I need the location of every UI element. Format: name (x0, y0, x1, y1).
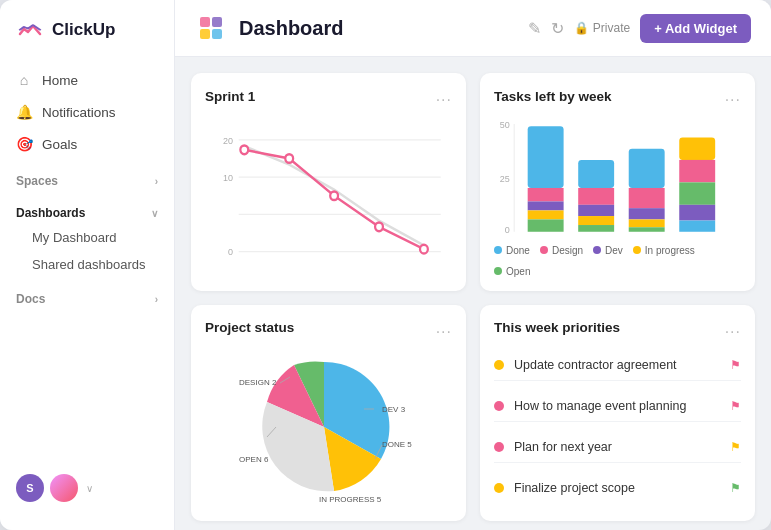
legend-done: Done (494, 245, 530, 256)
sidebar-item-goals[interactable]: 🎯 Goals (0, 128, 174, 160)
header-actions: ✎ ↻ 🔒 Private + Add Widget (528, 14, 751, 43)
tasks-card-header: Tasks left by week ... (494, 87, 741, 105)
add-widget-button[interactable]: + Add Widget (640, 14, 751, 43)
home-icon: ⌂ (16, 72, 32, 88)
priority-text: Plan for next year (514, 440, 720, 454)
design-label: Design (552, 245, 583, 256)
project-card-header: Project status ... (205, 319, 452, 337)
svg-rect-20 (528, 126, 564, 188)
svg-point-12 (285, 154, 293, 163)
legend-design: Design (540, 245, 583, 256)
sidebar-item-notifications[interactable]: 🔔 Notifications (0, 96, 174, 128)
priority-dot (494, 483, 504, 493)
svg-text:50: 50 (500, 120, 510, 130)
svg-text:OPEN 6: OPEN 6 (239, 455, 269, 464)
svg-point-11 (240, 145, 248, 154)
priority-item[interactable]: How to manage event planning ⚑ (494, 391, 741, 422)
tasks-menu[interactable]: ... (725, 87, 741, 105)
dev-dot (593, 246, 601, 254)
svg-rect-39 (679, 221, 715, 232)
svg-point-15 (420, 245, 428, 254)
main-content: Dashboard ✎ ↻ 🔒 Private + Add Widget Spr… (175, 0, 771, 530)
svg-rect-2 (200, 29, 210, 39)
bar-chart-legend: Done Design Dev In progress (494, 245, 741, 277)
svg-rect-34 (629, 227, 665, 231)
project-title: Project status (205, 320, 294, 335)
priorities-menu[interactable]: ... (725, 319, 741, 337)
sidebar-section-dashboards[interactable]: Dashboards ∨ (0, 192, 174, 224)
svg-text:10: 10 (223, 171, 233, 183)
svg-rect-1 (212, 17, 222, 27)
project-status-card: Project status ... (191, 305, 466, 521)
user-menu-chevron[interactable]: ∨ (86, 483, 93, 494)
sidebar-item-home[interactable]: ⌂ Home (0, 64, 174, 96)
tasks-title: Tasks left by week (494, 89, 612, 104)
edit-icon[interactable]: ✎ (528, 19, 541, 38)
priority-item[interactable]: Update contractor agreement ⚑ (494, 350, 741, 381)
page-title: Dashboard (239, 17, 516, 40)
dashboard-grid: Sprint 1 ... 20 10 0 (175, 57, 771, 530)
svg-rect-24 (528, 219, 564, 231)
svg-text:DONE 5: DONE 5 (382, 440, 412, 449)
priority-dot (494, 401, 504, 411)
sprint-menu[interactable]: ... (436, 87, 452, 105)
design-dot (540, 246, 548, 254)
inprogress-dot (633, 246, 641, 254)
docs-label: Docs (16, 292, 45, 306)
sidebar: ClickUp ⌂ Home 🔔 Notifications 🎯 Goals S… (0, 0, 175, 530)
priority-text: Finalize project scope (514, 481, 720, 495)
priorities-title: This week priorities (494, 320, 620, 335)
priority-text: Update contractor agreement (514, 358, 720, 372)
svg-text:0: 0 (505, 225, 510, 235)
priority-item[interactable]: Plan for next year ⚑ (494, 432, 741, 463)
svg-text:20: 20 (223, 134, 233, 146)
svg-rect-31 (629, 188, 665, 208)
logo[interactable]: ClickUp (0, 16, 174, 64)
priority-dot (494, 360, 504, 370)
logo-text: ClickUp (52, 20, 115, 40)
project-menu[interactable]: ... (436, 319, 452, 337)
refresh-icon[interactable]: ↻ (551, 19, 564, 38)
sidebar-bottom: S ∨ (0, 462, 174, 514)
svg-rect-29 (578, 225, 614, 232)
svg-rect-37 (679, 182, 715, 204)
clickup-logo-icon (16, 16, 44, 44)
svg-rect-35 (679, 137, 715, 159)
dev-label: Dev (605, 245, 623, 256)
svg-text:DESIGN 2: DESIGN 2 (239, 378, 277, 387)
priority-flag: ⚑ (730, 481, 741, 495)
sprint-card: Sprint 1 ... 20 10 0 (191, 73, 466, 291)
svg-text:DEV 3: DEV 3 (382, 405, 406, 414)
sidebar-item-notifications-label: Notifications (42, 105, 116, 120)
sidebar-item-my-dashboard[interactable]: My Dashboard (0, 224, 174, 251)
priority-item[interactable]: Finalize project scope ⚑ (494, 473, 741, 503)
priority-dot (494, 442, 504, 452)
open-label: Open (506, 266, 530, 277)
svg-rect-32 (629, 208, 665, 219)
docs-chevron: › (155, 294, 158, 305)
sidebar-section-docs[interactable]: Docs › (0, 278, 174, 310)
svg-rect-26 (578, 188, 614, 205)
dashboard-header-icon (195, 12, 227, 44)
svg-rect-0 (200, 17, 210, 27)
app-shell: ClickUp ⌂ Home 🔔 Notifications 🎯 Goals S… (0, 0, 771, 530)
svg-point-14 (375, 222, 383, 231)
priorities-list: Update contractor agreement ⚑ How to man… (494, 347, 741, 507)
spaces-label: Spaces (16, 174, 58, 188)
legend-dev: Dev (593, 245, 623, 256)
avatar-s[interactable]: S (16, 474, 44, 502)
svg-rect-21 (528, 188, 564, 201)
avatar-img[interactable] (50, 474, 78, 502)
priority-flag: ⚑ (730, 358, 741, 372)
bar-chart-area: 50 25 0 (494, 115, 741, 277)
private-label: Private (593, 21, 630, 35)
svg-rect-30 (629, 149, 665, 188)
sidebar-item-shared-dashboards[interactable]: Shared dashboards (0, 251, 174, 278)
svg-text:25: 25 (500, 174, 510, 184)
sidebar-section-spaces[interactable]: Spaces › (0, 160, 174, 192)
svg-rect-25 (578, 160, 614, 188)
private-badge: 🔒 Private (574, 21, 630, 35)
priorities-card: This week priorities ... Update contract… (480, 305, 755, 521)
sprint-title: Sprint 1 (205, 89, 255, 104)
bell-icon: 🔔 (16, 104, 32, 120)
